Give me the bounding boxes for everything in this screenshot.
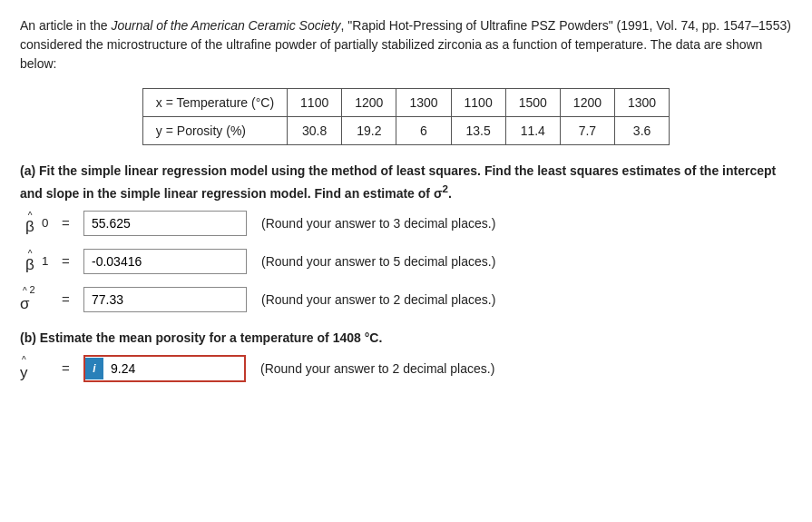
y-val-1: 30.8 [288, 117, 342, 145]
sigma2-input[interactable] [83, 287, 247, 312]
y-label: y = Porosity (%) [142, 117, 287, 145]
x-val-4: 1100 [451, 89, 505, 117]
x-val-6: 1200 [560, 89, 614, 117]
y-val-7: 3.6 [615, 117, 670, 145]
sigma2-superscript: 2 [30, 285, 35, 295]
intro-paragraph: An article in the Journal of the America… [20, 16, 792, 74]
beta0-equals: = [62, 215, 76, 231]
part-a-label: (a) Fit the simple linear regression mod… [20, 162, 792, 203]
x-label: x = Temperature (°C) [142, 89, 287, 117]
x-val-5: 1500 [505, 89, 560, 117]
beta1-row: ^ β 1 = (Round your answer to 5 decimal … [20, 249, 792, 274]
y-val-3: 6 [396, 117, 451, 145]
part-b-label: (b) Estimate the mean porosity for a tem… [20, 329, 792, 348]
yhat-row: ^ y = i (Round your answer to 2 decimal … [20, 355, 792, 382]
sigma2-equals: = [62, 291, 76, 307]
beta0-round-note: (Round your answer to 3 decimal places.) [261, 216, 495, 231]
beta1-equals: = [62, 253, 76, 269]
sigma2-symbol: ^ σ 2 [20, 287, 54, 311]
x-val-7: 1300 [615, 89, 670, 117]
yhat-input[interactable] [103, 357, 244, 380]
y-val-6: 7.7 [560, 117, 614, 145]
x-val-1: 1100 [288, 89, 342, 117]
beta1-round-note: (Round your answer to 5 decimal places.) [261, 254, 495, 269]
yhat-equals: = [62, 360, 76, 376]
y-val-2: 19.2 [342, 117, 396, 145]
table-row-x: x = Temperature (°C) 1100 1200 1300 1100… [142, 89, 669, 117]
beta0-symbol: ^ β 0 [20, 212, 54, 234]
x-val-2: 1200 [342, 89, 396, 117]
beta0-hat-symbol: ^ β [20, 212, 40, 234]
yhat-round-note: (Round your answer to 2 decimal places.) [260, 361, 494, 376]
yhat-hat-symbol: ^ y [20, 356, 28, 380]
beta0-subscript: 0 [42, 216, 48, 230]
beta1-input[interactable] [83, 249, 247, 274]
yhat-symbol: ^ y [20, 356, 54, 380]
sigma2-row: ^ σ 2 = (Round your answer to 2 decimal … [20, 287, 792, 312]
data-table: x = Temperature (°C) 1100 1200 1300 1100… [142, 88, 670, 145]
beta1-hat-symbol: ^ β [20, 250, 40, 272]
y-val-5: 11.4 [505, 117, 560, 145]
beta0-row: ^ β 0 = (Round your answer to 3 decimal … [20, 211, 792, 236]
sigma2-round-note: (Round your answer to 2 decimal places.) [261, 292, 495, 307]
info-icon[interactable]: i [85, 358, 103, 379]
yhat-input-wrapper: i [83, 355, 246, 382]
y-val-4: 13.5 [451, 117, 505, 145]
sigma2-hat-symbol: ^ σ 2 [20, 287, 35, 311]
beta0-input[interactable] [83, 211, 247, 236]
x-val-3: 1300 [396, 89, 451, 117]
table-row-y: y = Porosity (%) 30.8 19.2 6 13.5 11.4 7… [142, 117, 669, 145]
beta1-symbol: ^ β 1 [20, 250, 54, 272]
beta1-subscript: 1 [42, 254, 48, 268]
